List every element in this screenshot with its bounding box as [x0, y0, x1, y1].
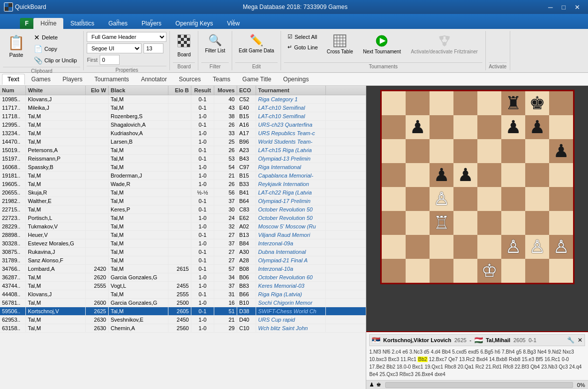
tab-statistics[interactable]: S Statistics: [63, 18, 101, 29]
game-info-header: 🇷🇸 Kortschnoj,Viktor Lvovich 2625 - 🇭🇺 T…: [369, 334, 585, 346]
tab-games[interactable]: G Games: [101, 18, 135, 29]
table-cell: 16068..: [0, 163, 26, 171]
activate-button[interactable]: Activate/deactivate Fritztrainer: [406, 32, 482, 56]
table-row[interactable]: 28898..Heuer,VTal,M0-127B13Viljandi Raud…: [0, 231, 366, 239]
chess-square: [382, 91, 406, 115]
table-row[interactable]: 22715..Tal,MKeres,P0-130C83October Revol…: [0, 205, 366, 214]
tab-home[interactable]: H Home: [33, 18, 63, 29]
table-row[interactable]: 30328..Estevez Morales,GTal,M1-037B84Int…: [0, 239, 366, 248]
maximize-button[interactable]: □: [558, 2, 570, 12]
table-row[interactable]: 43744..Tal,M2555Vogt,L24551-037B83Keres …: [0, 282, 366, 290]
table-row[interactable]: 44408..Klovans,JTal,M25550-131B66Riga Ri…: [0, 290, 366, 299]
table-cell: [86, 197, 109, 205]
table-row[interactable]: 11718..Tal,MRozenberg,S1-038B15LAT-ch10 …: [0, 112, 366, 121]
tab-view[interactable]: V View: [220, 18, 247, 29]
table-cell: 2420: [86, 265, 109, 273]
table-body[interactable]: 10985..Klovans,JTal,M0-140C52Riga Catego…: [0, 95, 366, 389]
table-row[interactable]: 36287..Tal,M2620Garcia Gonzales,G1-034B0…: [0, 273, 366, 282]
select-all-button[interactable]: ☑ Select All: [284, 32, 321, 41]
table-cell: 1-0: [191, 112, 214, 120]
filter-button[interactable]: 🔍 Filter List: [201, 32, 229, 55]
table-row[interactable]: 20655..Skuja,RTal,M½-½56B41LAT-ch22 Riga…: [0, 189, 366, 197]
font-face-select[interactable]: Segoe UI: [87, 43, 142, 53]
edit-game-button[interactable]: ✏️ Edit Game Data: [235, 32, 278, 55]
table-cell: 2555: [168, 290, 191, 298]
table-row[interactable]: 16068..Spassky,BTal,M1-054C97Riga Intern…: [0, 163, 366, 172]
table-cell: October Revolution 60: [256, 273, 326, 281]
close-panel-icon[interactable]: ✕: [578, 337, 583, 344]
table-row[interactable]: 63158..Tal,M2630Chernin,A25601-029C10Wch…: [0, 324, 366, 333]
table-header: Num White Elo W Black Elo B Result Moves…: [0, 86, 366, 95]
table-cell: Tal,M: [109, 155, 168, 163]
table-cell: 37: [214, 282, 237, 290]
table-row[interactable]: 13234..Tal,MKudriashov,A1-033A17URS Repu…: [0, 129, 366, 138]
delete-button[interactable]: ✕ Delete: [30, 32, 80, 43]
tab-tournaments[interactable]: Tournaments: [89, 74, 135, 85]
clip-button[interactable]: 📎 Clip or Unclip: [30, 55, 80, 66]
table-row[interactable]: 30875..Rukavina,JTal,M0-127A30Dubna Inte…: [0, 248, 366, 256]
first-value-input[interactable]: [100, 55, 120, 65]
tab-games[interactable]: Games: [26, 74, 56, 85]
next-tournament-button[interactable]: Next Tournament: [358, 32, 405, 56]
table-row[interactable]: 19181..Tal,MBroderman,J1-021B15Capablanc…: [0, 172, 366, 180]
table-row[interactable]: 12995..Tal,MShagalovich,A0-126A16URS-ch2…: [0, 121, 366, 129]
table-cell: [168, 138, 191, 146]
table-cell: 56: [214, 189, 237, 196]
table-cell: Olympiad-13 Prelimin: [256, 155, 326, 163]
table-cell: B64: [237, 197, 256, 205]
table-cell: 28898..: [0, 231, 26, 239]
tab-file[interactable]: F: [20, 18, 33, 29]
table-row[interactable]: 59506..Kortschnoj,V2625Tal,M26050-151D38…: [0, 307, 366, 316]
table-cell: 44408..: [0, 290, 26, 298]
board-button[interactable]: Board: [173, 32, 195, 59]
chess-square: [382, 139, 406, 163]
table-row[interactable]: 56781..Tal,M2600Garcia Gonzales,G25001-0…: [0, 299, 366, 307]
table-row[interactable]: 22723..Portisch,LTal,M1-024E62October Re…: [0, 214, 366, 222]
close-button[interactable]: ✕: [571, 2, 584, 12]
minimize-button[interactable]: ─: [544, 2, 557, 12]
font-size-input[interactable]: [144, 43, 163, 53]
white-rook-piece: ♖: [434, 214, 449, 232]
copy-button[interactable]: 📄 Copy: [30, 43, 80, 54]
table-cell: Olympiad-21 Final A: [256, 256, 326, 264]
tab-annotator[interactable]: Annotator: [136, 74, 172, 85]
table-row[interactable]: 11717..Mileika,JTal,M0-143E40LAT-ch10 Se…: [0, 104, 366, 112]
table-row[interactable]: 15019..Petersons,ATal,M0-126A23LAT-ch15 …: [0, 146, 366, 155]
table-row[interactable]: 62953..Tal,M2630Sveshnikov,E24501-021D40…: [0, 316, 366, 324]
board-label: Board: [173, 62, 195, 69]
board-icon: [177, 34, 191, 51]
tab-teams[interactable]: Teams: [207, 74, 236, 85]
table-cell: 2560: [168, 324, 191, 332]
table-row[interactable]: 31789..Sanz Alonso,FTal,M0-127A28Olympia…: [0, 256, 366, 265]
tab-openings[interactable]: Openings: [278, 74, 314, 85]
goto-line-button[interactable]: ↵ Goto Line: [284, 42, 321, 52]
cross-table-button[interactable]: Cross Table: [322, 32, 358, 56]
tab-sources[interactable]: Sources: [173, 74, 206, 85]
chess-square: ♙: [430, 187, 453, 211]
tab-opening-keys[interactable]: C Opening Keys: [168, 18, 220, 29]
chess-square: [453, 115, 477, 139]
window-controls: ─ □ ✕: [544, 2, 584, 12]
table-cell: D40: [237, 316, 256, 324]
table-row[interactable]: 19605..Tal,MWade,R1-026B33Reykjavik Inte…: [0, 180, 366, 189]
activate-label: Activate: [489, 62, 507, 69]
tab-players[interactable]: P Players: [135, 18, 168, 29]
table-cell: Portisch,L: [26, 214, 86, 222]
table-cell: [86, 121, 109, 129]
header-type-select[interactable]: Full Game Header: [87, 32, 166, 42]
chess-square: [382, 235, 406, 259]
tab-text[interactable]: Text: [2, 74, 25, 85]
table-cell: B15: [237, 172, 256, 180]
table-row[interactable]: 21982..Walther,ETal,M0-137B64Olympiad-17…: [0, 197, 366, 205]
tab-game-title[interactable]: Game Title: [237, 74, 277, 85]
table-row[interactable]: 28229..Tukmakov,VTal,M1-032A02Moscow 5' …: [0, 222, 366, 231]
table-row[interactable]: 15197..Reissmann,PTal,M0-153B43Olympiad-…: [0, 155, 366, 163]
table-row[interactable]: 34766..Lombard,A2420Tal,M26150-157B08Int…: [0, 265, 366, 273]
paste-button[interactable]: 📋 Paste: [3, 32, 29, 60]
table-row[interactable]: 10985..Klovans,JTal,M0-140C52Riga Catego…: [0, 95, 366, 104]
tab-players[interactable]: Players: [57, 74, 88, 85]
first-label: First: [87, 57, 97, 63]
table-cell: ½-½: [191, 189, 214, 196]
table-row[interactable]: 14470..Tal,MLarsen,B1-025B96World Studen…: [0, 138, 366, 146]
table-cell: 11718..: [0, 112, 26, 120]
